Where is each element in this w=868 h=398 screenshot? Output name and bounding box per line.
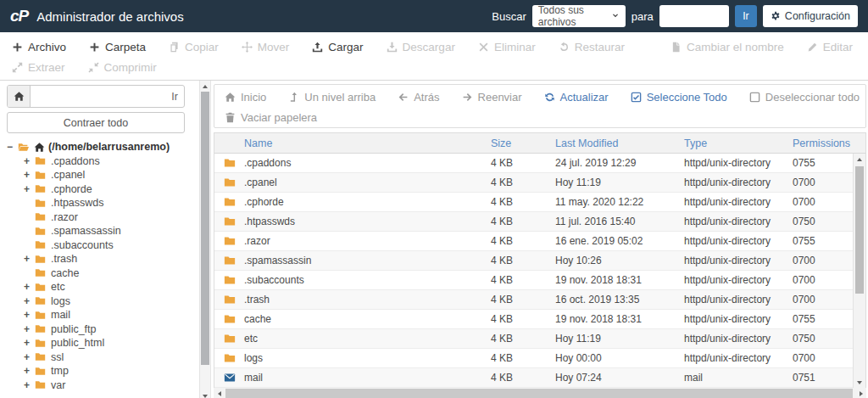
file-row[interactable]: mail4 KBHoy 07:24mail0751 [214,368,865,388]
file-row[interactable]: .razor4 KB16 ene. 2019 05:02httpd/unix-d… [214,232,865,251]
scroll-up-button[interactable] [854,154,865,165]
reload-button[interactable]: Actualizar [544,91,609,104]
tree-item-dot-spamassassin[interactable]: .spamassassin [24,224,185,238]
file-row[interactable]: etc4 KBHoy 11:19httpd/unix-directory0750 [214,329,865,349]
tree-item-var[interactable]: +var [24,378,185,393]
scrollbar-thumb[interactable] [201,92,209,365]
file-type: mail [684,372,793,384]
expand-toggle[interactable]: + [24,365,34,377]
folder-icon [223,274,236,286]
tree-item-label: .cpanel [51,169,85,181]
tree-item-ssl[interactable]: +ssl [24,350,185,365]
file-row[interactable]: .cphorde4 KB11 may. 2020 12:22httpd/unix… [214,193,865,212]
file-size: 4 KB [491,216,555,227]
scroll-down-button[interactable] [200,390,210,398]
scroll-right-button[interactable] [855,388,866,398]
tree-item-dot-subaccounts[interactable]: .subaccounts [24,238,185,253]
file-row[interactable]: .cpaddons4 KB24 jul. 2019 12:29httpd/uni… [214,154,865,173]
expand-toggle[interactable]: + [24,155,34,167]
column-header-size[interactable]: Size [491,137,555,149]
table-vertical-scrollbar[interactable] [853,154,865,388]
tree-item-dot-cpanel[interactable]: +.cpanel [24,168,185,182]
empty-trash-button[interactable]: Vaciar papelera [225,111,317,124]
tree-item-etc[interactable]: +etc [24,280,185,294]
upload-button[interactable]: Cargar [312,41,363,53]
caret-down-icon [857,381,862,384]
tree-item-tmp[interactable]: +tmp [24,364,185,378]
search-scope-select[interactable]: Todos sus archivos [532,5,626,27]
plus-icon [12,42,23,53]
collapse-toggle[interactable]: − [7,141,17,153]
browser-toolbar-row2: Vaciar papelera [225,107,855,127]
tree-item-dot-trash[interactable]: +.trash [24,252,185,266]
sidebar-go-button[interactable]: Ir [165,86,184,107]
file-row[interactable]: .subaccounts4 KB19 nov. 2018 18:31httpd/… [214,271,865,290]
file-row[interactable]: cache4 KB19 nov. 2018 18:31httpd/unix-di… [214,310,865,329]
file-row[interactable]: .spamassassin4 KBHoy 10:26httpd/unix-dir… [214,251,865,271]
folder-icon [34,379,47,390]
select-all-button[interactable]: Seleccione Todo [631,91,727,104]
up-one-level-button[interactable]: Un nivel arriba [288,91,376,104]
scroll-left-button[interactable] [214,388,225,398]
settings-button[interactable]: Configuración [763,5,858,27]
file-permissions: 0700 [793,294,852,306]
tree-item-dot-razor[interactable]: .razor [24,210,185,225]
folder-icon [34,226,47,237]
file-row[interactable]: .htpasswds4 KB11 jul. 2016 15:40httpd/un… [214,212,865,232]
column-header-permissions[interactable]: Permissions [793,137,852,149]
upload-icon [312,42,323,53]
new-folder-button[interactable]: Carpeta [89,41,146,53]
expand-toggle[interactable]: + [24,295,34,307]
expand-toggle[interactable]: + [24,379,34,391]
tree-item-label: mail [51,309,70,321]
expand-toggle[interactable]: + [24,281,34,293]
tree-item-dot-htpasswds[interactable]: .htpasswds [24,196,185,210]
folder-icon [223,196,236,208]
tree-item-public_html[interactable]: +public_html [24,336,185,350]
column-header-last-modified[interactable]: Last Modified [555,137,684,149]
unselect-all-button[interactable]: Deseleccionar todo [749,91,860,104]
folder-icon [34,170,47,181]
tree-item-logs[interactable]: +logs [24,294,185,309]
expand-toggle[interactable]: + [24,183,34,195]
expand-toggle[interactable]: + [24,169,34,181]
scrollbar-thumb[interactable] [225,389,853,398]
search-go-button[interactable]: Ir [735,5,757,27]
tree-item-mail[interactable]: +mail [24,308,185,322]
expand-toggle[interactable]: + [24,323,34,335]
search-input[interactable] [659,5,729,27]
file-row[interactable]: logs4 KBHoy 00:00httpd/unix-directory070… [214,349,865,368]
sidebar-home-button[interactable] [8,86,31,107]
new-file-button[interactable]: Archivo [12,41,66,53]
expand-toggle[interactable]: + [24,253,34,265]
select-all-label: Seleccione Todo [647,91,727,104]
scroll-down-button[interactable] [854,377,865,388]
scroll-up-button[interactable] [200,81,210,92]
tree-item-cache[interactable]: cache [24,266,185,281]
sidebar-scrollbar[interactable] [199,81,211,398]
scrollbar-thumb[interactable] [855,166,864,294]
header-search-area: Buscar Todos sus archivos para Ir Config… [492,5,858,27]
expand-toggle[interactable]: + [24,337,34,349]
file-row[interactable]: .cpanel4 KBHoy 11:19httpd/unix-directory… [214,173,865,193]
expand-toggle[interactable]: + [24,309,34,321]
table-horizontal-scrollbar[interactable] [214,388,866,398]
go-home-button[interactable]: Inicio [225,91,266,104]
file-permissions: 0755 [793,235,852,247]
tree-item-dot-cpaddons[interactable]: +.cpaddons [24,154,185,169]
sidebar-path-input[interactable] [31,86,165,107]
back-button[interactable]: Atrás [398,91,439,104]
tree-root-item[interactable]: − (/home/belarrusanremo) [7,140,185,154]
file-row[interactable]: .trash4 KB16 oct. 2019 13:35httpd/unix-d… [214,290,865,310]
tree-item-dot-cphorde[interactable]: +.cphorde [24,182,185,197]
expand-toggle[interactable]: + [24,351,34,363]
file-table-header: NameSizeLast ModifiedTypePermissions [214,133,865,154]
column-header-type[interactable]: Type [684,137,793,149]
forward-button[interactable]: Reenviar [462,91,522,104]
file-last-modified: Hoy 00:00 [555,352,684,364]
tree-item-public_ftp[interactable]: +public_ftp [24,322,185,337]
folder-icon [34,155,47,166]
collapse-all-button[interactable]: Contraer todo [7,112,185,133]
column-header-name[interactable]: Name [214,137,491,149]
folder-icon [34,282,47,293]
